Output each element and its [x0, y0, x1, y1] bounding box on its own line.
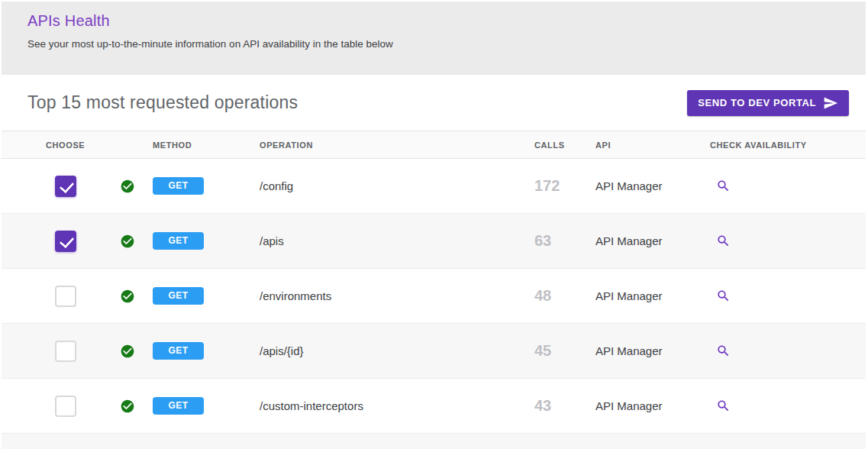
row-checkbox[interactable]	[55, 231, 76, 252]
table-body: GET /config 172 API Manager GET /apis 63…	[2, 159, 866, 434]
calls-count: 45	[534, 342, 595, 360]
search-icon	[716, 344, 731, 358]
check-availability-button[interactable]	[716, 344, 731, 358]
section-title: Top 15 most requested operations	[27, 92, 298, 113]
send-to-dev-portal-button[interactable]: SEND TO DEV PORTAL	[687, 90, 849, 116]
row-checkbox[interactable]	[55, 286, 76, 307]
method-badge: GET	[153, 287, 204, 305]
api-name: API Manager	[595, 344, 710, 357]
search-icon	[716, 179, 731, 193]
table-header-row: CHOOSE METHOD OPERATION CALLS API CHECK …	[2, 131, 866, 159]
method-badge: GET	[153, 232, 204, 250]
send-icon	[823, 95, 838, 111]
check-circle-icon	[120, 399, 153, 414]
method-badge: GET	[153, 342, 204, 360]
calls-count: 172	[534, 177, 595, 195]
operation-path: /custom-interceptors	[260, 399, 534, 412]
method-badge: GET	[153, 397, 204, 415]
apis-health-page: APIs Health See your most up-to-the-minu…	[0, 0, 868, 449]
column-header-method: METHOD	[153, 141, 260, 150]
api-name: API Manager	[595, 179, 710, 192]
api-name: API Manager	[595, 289, 710, 302]
row-checkbox[interactable]	[55, 176, 76, 197]
column-header-choose: CHOOSE	[46, 141, 120, 150]
check-circle-icon	[120, 344, 153, 359]
operation-path: /apis	[260, 234, 534, 247]
table-row: GET /environments 48 API Manager	[2, 269, 866, 324]
operation-path: /environments	[260, 289, 534, 302]
operation-path: /apis/{id}	[260, 344, 534, 357]
check-circle-icon	[120, 234, 153, 249]
row-checkbox[interactable]	[55, 396, 76, 417]
next-row-partial-band	[2, 434, 866, 449]
check-circle-icon	[120, 289, 153, 304]
table-row: GET /config 172 API Manager	[2, 159, 866, 214]
check-availability-button[interactable]	[716, 234, 731, 248]
table-row: GET /apis 63 API Manager	[2, 214, 866, 269]
page-subtitle: See your most up-to-the-minute informati…	[27, 38, 866, 50]
column-header-calls: CALLS	[534, 141, 595, 150]
check-circle-icon	[120, 179, 153, 194]
search-icon	[716, 289, 731, 303]
column-header-operation: OPERATION	[260, 141, 534, 150]
table-row: GET /custom-interceptors 43 API Manager	[2, 379, 866, 434]
column-header-availability: CHECK AVAILABILITY	[710, 141, 866, 150]
calls-count: 63	[534, 232, 595, 250]
search-icon	[716, 399, 731, 413]
calls-count: 43	[534, 397, 595, 415]
method-badge: GET	[153, 177, 204, 195]
check-availability-button[interactable]	[716, 399, 731, 413]
operation-path: /config	[260, 179, 534, 192]
toolbar: Top 15 most requested operations SEND TO…	[2, 75, 866, 131]
column-header-api: API	[595, 141, 710, 150]
page-title: APIs Health	[27, 12, 866, 30]
api-name: API Manager	[595, 399, 710, 412]
table-row: GET /apis/{id} 45 API Manager	[2, 324, 866, 379]
send-button-label: SEND TO DEV PORTAL	[698, 97, 816, 108]
intro-band: APIs Health See your most up-to-the-minu…	[2, 2, 866, 75]
calls-count: 48	[534, 287, 595, 305]
row-checkbox[interactable]	[55, 341, 76, 362]
search-icon	[716, 234, 731, 248]
api-name: API Manager	[595, 234, 710, 247]
check-availability-button[interactable]	[716, 289, 731, 303]
check-availability-button[interactable]	[716, 179, 731, 193]
